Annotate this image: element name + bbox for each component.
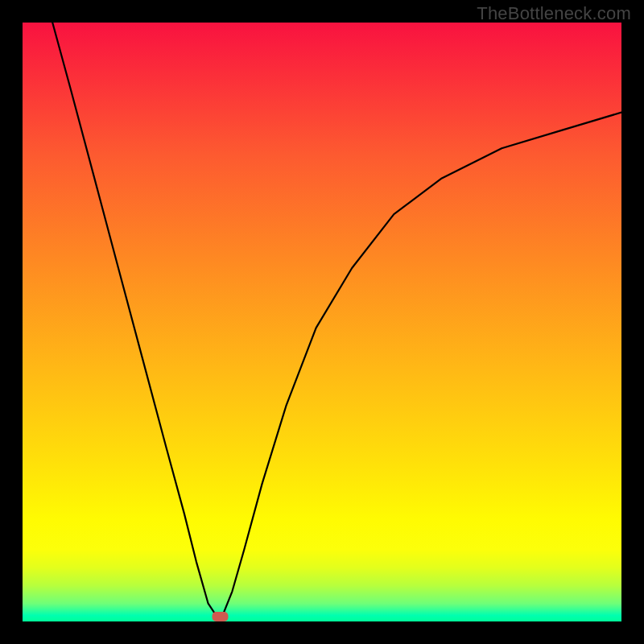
- watermark-text: TheBottleneck.com: [477, 3, 631, 24]
- curve-right-path: [221, 113, 622, 621]
- curve-svg: [23, 23, 621, 621]
- minimum-marker: [213, 612, 229, 621]
- curve-left-path: [52, 23, 220, 621]
- chart-frame: TheBottleneck.com: [0, 0, 644, 644]
- plot-area: [23, 23, 621, 621]
